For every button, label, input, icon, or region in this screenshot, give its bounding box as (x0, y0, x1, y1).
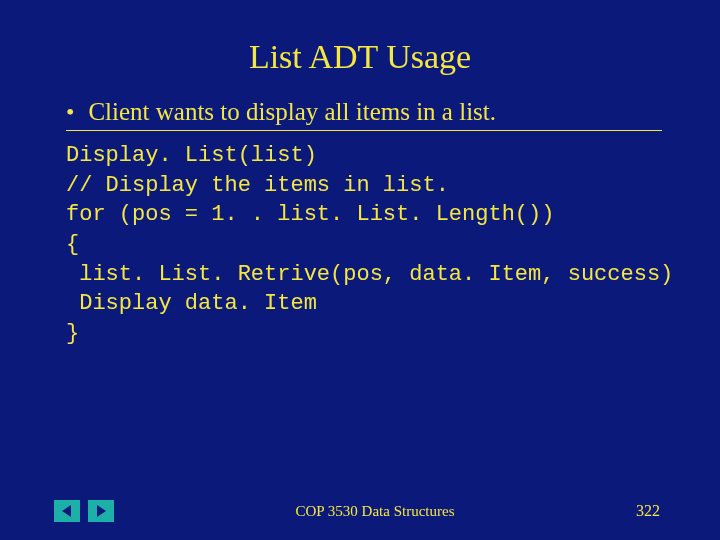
nav-buttons (54, 500, 114, 522)
triangle-right-icon (94, 504, 108, 518)
bullet-item: • Client wants to display all items in a… (66, 98, 662, 131)
triangle-left-icon (60, 504, 74, 518)
svg-marker-1 (97, 505, 106, 517)
code-block: Display. List(list) // Display the items… (66, 141, 662, 349)
bullet-text: Client wants to display all items in a l… (88, 98, 496, 126)
footer-course-label: COP 3530 Data Structures (114, 503, 636, 520)
bullet-dot-icon: • (66, 100, 74, 124)
footer: COP 3530 Data Structures 322 (0, 500, 720, 522)
svg-marker-0 (62, 505, 71, 517)
slide-title: List ADT Usage (58, 38, 662, 76)
next-button[interactable] (88, 500, 114, 522)
prev-button[interactable] (54, 500, 80, 522)
page-number: 322 (636, 502, 666, 520)
